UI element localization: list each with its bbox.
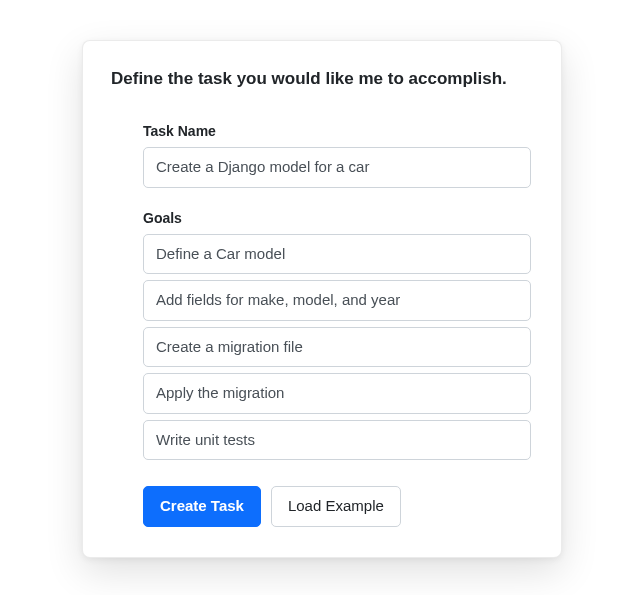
goal-input[interactable] [143, 280, 531, 321]
goal-input[interactable] [143, 327, 531, 368]
goals-label: Goals [143, 210, 531, 226]
goals-group: Goals [143, 210, 531, 461]
create-task-button[interactable]: Create Task [143, 486, 261, 527]
goal-input[interactable] [143, 373, 531, 414]
form-area: Task Name Goals Create Task Load Example [111, 123, 533, 527]
task-form-card: Define the task you would like me to acc… [82, 40, 562, 558]
task-name-group: Task Name [143, 123, 531, 188]
goal-input[interactable] [143, 234, 531, 275]
task-name-label: Task Name [143, 123, 531, 139]
load-example-button[interactable]: Load Example [271, 486, 401, 527]
goal-list [143, 234, 531, 461]
card-title: Define the task you would like me to acc… [111, 69, 533, 89]
button-row: Create Task Load Example [143, 486, 531, 527]
goal-input[interactable] [143, 420, 531, 461]
task-name-input[interactable] [143, 147, 531, 188]
